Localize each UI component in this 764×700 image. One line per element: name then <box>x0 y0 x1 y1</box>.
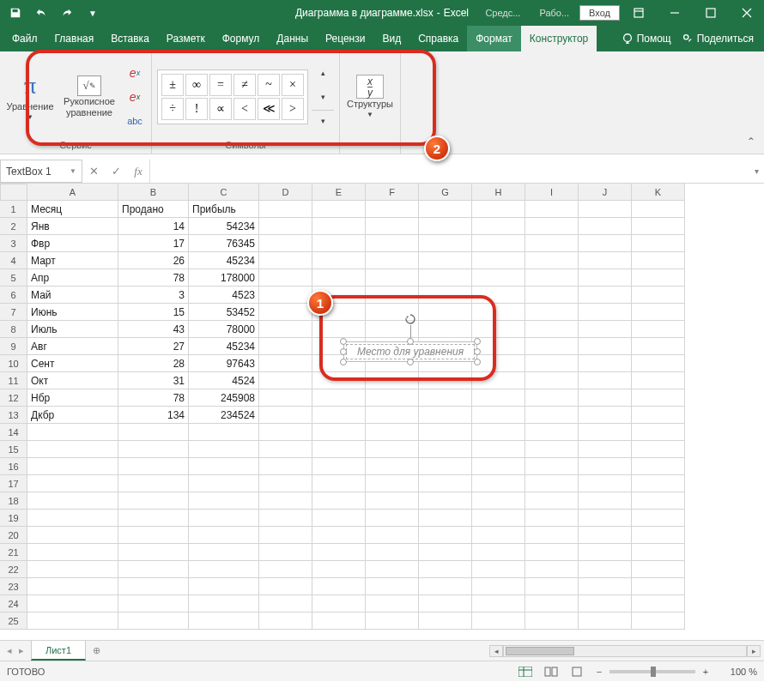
cell[interactable] <box>419 269 472 287</box>
cell[interactable] <box>632 544 685 561</box>
cell[interactable] <box>579 372 632 389</box>
cell[interactable] <box>579 561 632 578</box>
redo-button[interactable] <box>55 3 79 23</box>
cell[interactable] <box>27 578 118 595</box>
cell[interactable] <box>259 510 312 527</box>
cell[interactable] <box>312 201 366 218</box>
cell[interactable] <box>632 304 685 321</box>
cell[interactable] <box>632 510 685 527</box>
row-header[interactable]: 8 <box>0 321 27 338</box>
cell[interactable]: 134 <box>118 407 189 424</box>
row-header[interactable]: 24 <box>0 595 27 612</box>
close-button[interactable] <box>730 0 764 26</box>
cell[interactable] <box>259 407 312 424</box>
resize-handle[interactable] <box>474 338 481 345</box>
cell[interactable] <box>312 252 366 269</box>
cell[interactable] <box>525 561 579 578</box>
cell[interactable] <box>472 304 525 321</box>
horizontal-scrollbar[interactable]: ◂ ▸ <box>489 641 764 661</box>
cell[interactable]: 14 <box>118 218 189 235</box>
cell[interactable] <box>27 441 118 458</box>
cell[interactable] <box>579 612 632 630</box>
cell[interactable]: Месяц <box>27 201 118 218</box>
cell[interactable] <box>525 201 579 218</box>
cell[interactable] <box>27 595 118 612</box>
zoom-track[interactable] <box>609 670 695 673</box>
tab-view[interactable]: Вид <box>373 26 409 51</box>
cell[interactable] <box>525 458 579 475</box>
cell[interactable] <box>419 578 472 595</box>
cell[interactable] <box>366 561 419 578</box>
cell[interactable] <box>525 389 579 407</box>
cell[interactable] <box>366 612 419 630</box>
cell[interactable] <box>118 475 189 492</box>
cell[interactable] <box>632 578 685 595</box>
column-header[interactable]: I <box>525 184 579 201</box>
row-header[interactable]: 25 <box>0 612 27 630</box>
cell[interactable] <box>366 544 419 561</box>
maximize-button[interactable] <box>694 0 728 26</box>
cell[interactable] <box>259 287 312 304</box>
cell[interactable] <box>259 235 312 252</box>
hscroll-thumb[interactable] <box>506 647 574 655</box>
column-header[interactable]: H <box>472 184 525 201</box>
cell[interactable] <box>366 527 419 544</box>
symbol-multiply[interactable]: × <box>282 74 304 96</box>
cell[interactable] <box>259 338 312 355</box>
cell[interactable] <box>632 321 685 338</box>
cell[interactable] <box>472 218 525 235</box>
cell[interactable]: Дкбр <box>27 407 118 424</box>
cell[interactable] <box>632 441 685 458</box>
cell[interactable] <box>579 527 632 544</box>
cell[interactable]: Фвр <box>27 235 118 252</box>
column-header[interactable]: B <box>118 184 189 201</box>
cell[interactable] <box>366 389 419 407</box>
cell[interactable] <box>118 595 189 612</box>
row-header[interactable]: 3 <box>0 235 27 252</box>
cell[interactable] <box>525 269 579 287</box>
cell[interactable] <box>259 389 312 407</box>
equation-button[interactable]: π Уравнение ▼ <box>5 62 55 132</box>
cell[interactable] <box>259 372 312 389</box>
cell[interactable] <box>259 612 312 630</box>
undo-button[interactable] <box>29 3 53 23</box>
cell[interactable] <box>259 561 312 578</box>
cell[interactable] <box>312 510 366 527</box>
cell[interactable] <box>366 218 419 235</box>
cell[interactable] <box>579 407 632 424</box>
cell[interactable] <box>525 612 579 630</box>
cell[interactable]: 15 <box>118 304 189 321</box>
cell[interactable]: 245908 <box>189 389 259 407</box>
cell[interactable] <box>259 544 312 561</box>
sheet-nav-next[interactable]: ▸ <box>19 645 24 656</box>
cell[interactable] <box>419 235 472 252</box>
equation-textbox[interactable]: Место для уравнения <box>343 341 477 362</box>
cell[interactable] <box>525 527 579 544</box>
cell[interactable] <box>579 269 632 287</box>
cell[interactable] <box>632 218 685 235</box>
cell[interactable] <box>366 407 419 424</box>
collapse-ribbon-button[interactable]: ˆ <box>743 138 759 150</box>
cell[interactable]: 53452 <box>189 304 259 321</box>
cell[interactable] <box>366 458 419 475</box>
cell[interactable] <box>472 235 525 252</box>
cell[interactable] <box>259 355 312 372</box>
cell[interactable] <box>27 527 118 544</box>
cell[interactable] <box>259 595 312 612</box>
symbol-divide[interactable]: ÷ <box>161 98 184 120</box>
cell[interactable] <box>579 595 632 612</box>
cell[interactable] <box>118 441 189 458</box>
cell[interactable] <box>632 595 685 612</box>
cell[interactable] <box>525 441 579 458</box>
chevron-down-icon[interactable]: ▼ <box>70 167 76 175</box>
cell[interactable] <box>579 235 632 252</box>
row-header[interactable]: 18 <box>0 492 27 510</box>
row-header[interactable]: 12 <box>0 389 27 407</box>
symbol-proportional[interactable]: ∝ <box>209 98 232 120</box>
cell[interactable] <box>27 510 118 527</box>
cell[interactable]: 78 <box>118 269 189 287</box>
rotate-handle[interactable] <box>404 313 416 325</box>
cell[interactable] <box>419 475 472 492</box>
zoom-in-button[interactable]: + <box>699 665 712 679</box>
cell[interactable] <box>366 269 419 287</box>
